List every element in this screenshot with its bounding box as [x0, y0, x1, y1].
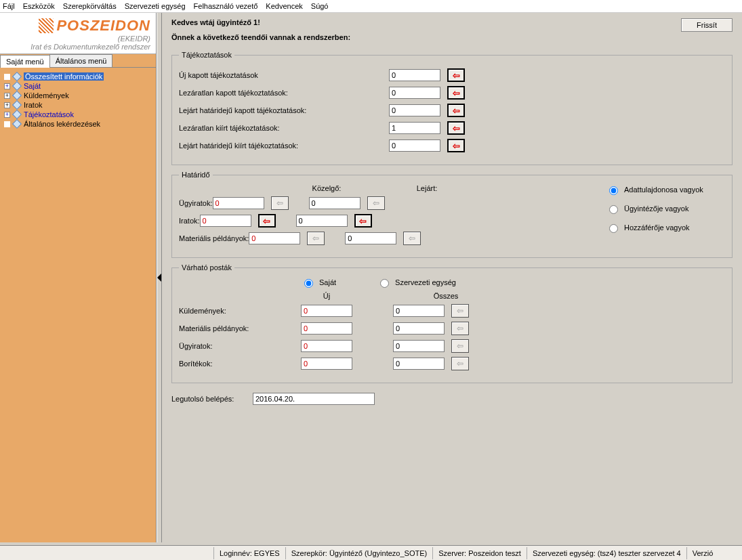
varh-osszes-3[interactable]	[393, 358, 445, 370]
hat-nav-0[interactable]: ⇦	[367, 196, 385, 210]
hat-radio-label-1: Ügyintézője vagyok	[624, 204, 688, 213]
hat-nav-1[interactable]: ⇦	[258, 214, 276, 228]
hat-nav-2[interactable]: ⇦	[307, 232, 325, 245]
varh-osszes-2[interactable]	[393, 340, 445, 352]
taj-label-4: Lejárt határidejű kiírt tájékoztatások:	[179, 142, 389, 150]
hat-kozelgo-2[interactable]	[249, 232, 300, 244]
taj-value-3[interactable]	[389, 122, 440, 134]
taj-value-4[interactable]	[389, 139, 440, 152]
arrow-left-icon: ⇦	[373, 198, 379, 208]
varh-uj-3[interactable]	[301, 358, 352, 370]
hat-kozelgo-1[interactable]	[200, 215, 251, 227]
taj-nav-button-4[interactable]: ⇦	[447, 139, 465, 152]
hat-kozelgo-0[interactable]	[213, 197, 264, 209]
varh-radio-szerv[interactable]: Szervezeti egység	[377, 277, 456, 288]
varh-nav-3[interactable]: ⇦	[451, 357, 469, 370]
taj-value-0[interactable]	[389, 69, 440, 81]
taj-nav-button-2[interactable]: ⇦	[447, 104, 465, 117]
hat-radio-2[interactable]: Hozzáférője vagyok	[606, 222, 703, 233]
main-panel: Kedves wtáj ügyintéző 1! Önnek a követke…	[162, 13, 742, 542]
varh-uj-0[interactable]	[301, 305, 352, 317]
varh-col-uj: Új	[301, 292, 352, 300]
varh-radio-sajat-input[interactable]	[304, 279, 313, 288]
varh-label-0: Küldemények:	[179, 307, 301, 315]
menu-felhasznalo[interactable]: Felhasználó vezető	[194, 2, 258, 10]
status-role: Szerepkör: Ügyintéző (Ugyintezo_SOTE)	[285, 547, 433, 559]
menu-szervezeti[interactable]: Szervezeti egység	[125, 2, 186, 10]
varh-radio-sajat[interactable]: Saját	[301, 277, 336, 288]
refresh-button[interactable]: Frissít	[681, 18, 733, 32]
hat-label-0: Ügyiratok:	[179, 199, 213, 207]
varh-radio-szerv-label: Szervezeti egység	[395, 278, 456, 286]
hat-radio-input-0[interactable]	[609, 186, 618, 195]
menu-kedvencek[interactable]: Kedvencek	[266, 2, 302, 10]
tree-item-3[interactable]: +Iratok	[3, 100, 153, 110]
tab-altalanos-menu[interactable]: Általános menü	[49, 54, 113, 67]
varh-osszes-1[interactable]	[393, 322, 445, 335]
hat-lejart-0[interactable]	[309, 197, 360, 209]
arrow-left-icon: ⇦	[457, 306, 463, 316]
splitter[interactable]	[157, 13, 162, 542]
arrow-left-icon: ⇦	[453, 106, 460, 116]
taj-nav-button-1[interactable]: ⇦	[447, 86, 465, 100]
taj-nav-button-3[interactable]: ⇦	[447, 121, 465, 135]
tree-item-0[interactable]: Összesített információk	[3, 72, 153, 81]
taj-nav-button-0[interactable]: ⇦	[447, 68, 465, 82]
tree: Összesített információk+Saját+Küldeménye…	[0, 68, 156, 133]
varh-nav-0[interactable]: ⇦	[451, 304, 469, 318]
varh-nav-1[interactable]: ⇦	[451, 322, 469, 335]
expander-icon[interactable]: +	[4, 83, 10, 89]
tree-item-2[interactable]: +Küldemények	[3, 91, 153, 100]
hat-lejart-2[interactable]	[345, 232, 396, 244]
menu-fajl[interactable]: Fájl	[3, 2, 15, 10]
arrow-left-icon: ⇦	[359, 216, 367, 226]
expander-icon[interactable]: +	[4, 93, 10, 99]
varh-nav-2[interactable]: ⇦	[451, 339, 469, 353]
hat-radio-1[interactable]: Ügyintézője vagyok	[606, 203, 703, 214]
group-tajekoztatasok: Tájékoztatások Új kapott tájékoztatások⇦…	[171, 51, 733, 165]
expander-icon[interactable]: +	[4, 102, 10, 108]
varh-uj-1[interactable]	[301, 322, 352, 335]
tree-item-5[interactable]: Általános lekérdezések	[3, 119, 153, 129]
menu-eszkozok[interactable]: Eszközök	[23, 2, 55, 10]
menubar: Fájl Eszközök Szerepkörváltás Szervezeti…	[0, 0, 742, 13]
legend-varh: Várható posták	[179, 263, 234, 272]
hat-lejart-1[interactable]	[296, 215, 348, 227]
tree-item-1[interactable]: +Saját	[3, 81, 153, 91]
hat-nav-0[interactable]: ⇦	[271, 196, 289, 210]
varh-uj-2[interactable]	[301, 340, 352, 352]
legend-taj: Tájékoztatások	[179, 51, 234, 59]
hat-radio-0[interactable]: Adattulajdonosa vagyok	[606, 184, 703, 195]
tree-label: Iratok	[24, 101, 43, 109]
tree-item-4[interactable]: +Tájékoztatások	[3, 110, 153, 119]
taj-label-0: Új kapott tájékoztatások	[179, 71, 389, 79]
lastlogin-label: Legutolsó belépés:	[171, 395, 253, 403]
splitter-arrow-icon	[157, 274, 161, 282]
arrow-left-icon: ⇦	[453, 70, 460, 81]
expander-icon[interactable]: +	[4, 112, 10, 118]
menu-sugo[interactable]: Súgó	[311, 2, 329, 10]
hat-radio-input-1[interactable]	[609, 205, 618, 214]
hat-nav-1[interactable]: ⇦	[354, 214, 372, 228]
arrow-left-icon: ⇦	[453, 141, 460, 151]
hat-radio-input-2[interactable]	[609, 224, 618, 233]
status-login: Loginnév: EGYES	[213, 547, 285, 559]
taj-label-2: Lejárt határidejű kapott tájékoztatások:	[179, 106, 389, 114]
varh-radio-szerv-input[interactable]	[380, 279, 389, 288]
varh-osszes-0[interactable]	[393, 305, 445, 317]
subheading: Önnek a következő teendői vannak a rends…	[171, 33, 350, 41]
diamond-icon	[12, 110, 22, 119]
menu-szerepkor[interactable]: Szerepkörváltás	[63, 2, 117, 10]
varh-col-osszes: Összes	[420, 292, 472, 300]
hat-nav-2[interactable]: ⇦	[403, 232, 421, 245]
logo-area: POSZEIDON (EKEIDR) Irat és Dokumentumkez…	[0, 13, 156, 54]
varh-label-2: Ügyiratok:	[179, 342, 301, 350]
taj-value-2[interactable]	[389, 104, 440, 116]
logo: POSZEIDON	[5, 17, 150, 35]
tab-sajat-menu[interactable]: Saját menü	[0, 55, 50, 68]
arrow-left-icon: ⇦	[453, 123, 460, 133]
group-varhato: Várható posták Saját Szervezeti egység Ú…	[171, 263, 733, 383]
hat-label-2: Materiális példányok:	[179, 234, 249, 242]
varh-label-3: Borítékok:	[179, 360, 301, 368]
taj-value-1[interactable]	[389, 87, 440, 99]
